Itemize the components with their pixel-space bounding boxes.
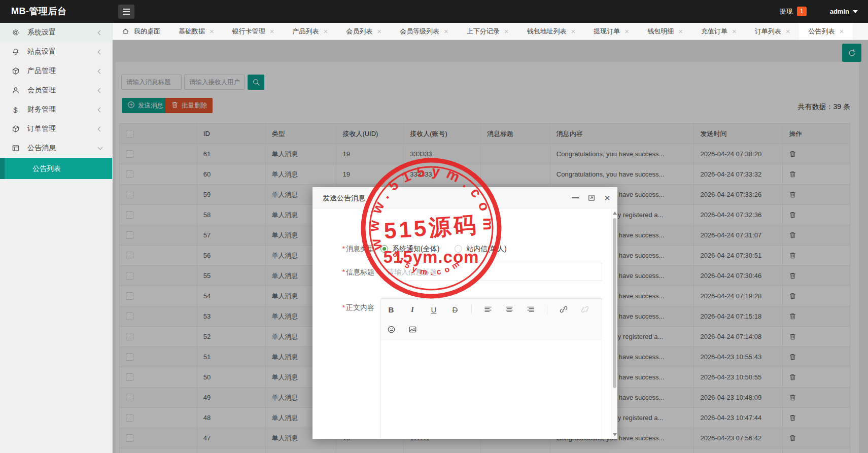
sidebar-item[interactable]: 产品管理 bbox=[0, 61, 112, 81]
tab-label: 钱包地址列表 bbox=[527, 27, 567, 36]
radio-label: 系统通知(全体) bbox=[392, 239, 439, 258]
tab-close-icon[interactable]: × bbox=[839, 27, 844, 35]
tab-close-icon[interactable]: × bbox=[504, 27, 509, 35]
chevron-left-icon bbox=[98, 68, 103, 74]
sidebar-item[interactable]: 公告消息 bbox=[0, 138, 112, 158]
withdraw-link[interactable]: 提现 bbox=[780, 7, 793, 16]
image-icon[interactable] bbox=[407, 325, 418, 334]
tab-item[interactable]: 充值订单× bbox=[692, 23, 746, 40]
scroll-down-icon[interactable] bbox=[613, 433, 617, 436]
app-header: MB-管理后台 提现 1 admin bbox=[0, 0, 868, 23]
tab-item[interactable]: 钱包明细× bbox=[638, 23, 692, 40]
tab-item[interactable]: 会员等级列表× bbox=[391, 23, 458, 40]
list-icon bbox=[11, 144, 20, 152]
toolbar-separator bbox=[471, 305, 472, 314]
radio-icon[interactable] bbox=[380, 245, 388, 253]
caret-down-icon bbox=[853, 10, 858, 13]
tab-item[interactable]: 订单列表× bbox=[746, 23, 800, 40]
radio-option[interactable]: 系统通知(全体) bbox=[380, 239, 439, 258]
align-right-icon[interactable] bbox=[526, 305, 536, 313]
scroll-up-icon[interactable] bbox=[613, 212, 617, 215]
tab-close-icon[interactable]: × bbox=[786, 27, 790, 35]
menu-toggle-button[interactable] bbox=[118, 5, 134, 19]
chevron-down-icon bbox=[98, 145, 103, 150]
sidebar-item-label: 财务管理 bbox=[27, 105, 56, 114]
modal-scrollbar[interactable] bbox=[611, 209, 617, 439]
tab-label: 订单列表 bbox=[755, 27, 781, 36]
tab-close-icon[interactable]: × bbox=[571, 27, 576, 35]
sidebar-item[interactable]: 会员管理 bbox=[0, 81, 112, 100]
tab-label: 上下分记录 bbox=[467, 27, 500, 36]
withdraw-badge[interactable]: 1 bbox=[797, 7, 807, 16]
tab-label: 公告列表 bbox=[808, 27, 835, 36]
tab-close-icon[interactable]: × bbox=[377, 27, 381, 35]
tab-item[interactable]: 产品列表× bbox=[284, 23, 337, 40]
tab-label: 基础数据 bbox=[179, 27, 205, 36]
radio-label: 站内信(单人) bbox=[466, 239, 506, 258]
user-menu[interactable]: admin bbox=[830, 8, 858, 15]
sidebar-item[interactable]: 站点设置 bbox=[0, 42, 112, 61]
tab-item[interactable]: 公告列表× bbox=[799, 23, 853, 40]
sidebar-item-label: 公告消息 bbox=[27, 144, 56, 153]
dollar-icon: $ bbox=[11, 106, 20, 114]
underline-icon[interactable]: U bbox=[429, 305, 439, 314]
username: admin bbox=[830, 8, 849, 15]
tab-label: 会员列表 bbox=[346, 27, 372, 36]
sidebar-subitem[interactable]: 公告列表 bbox=[0, 158, 112, 179]
message-title-label: *信息标题 bbox=[313, 263, 374, 281]
chevron-left-icon bbox=[98, 30, 103, 35]
tab-item[interactable]: 会员列表× bbox=[337, 23, 391, 40]
gear-icon bbox=[11, 28, 20, 37]
modal-titlebar: 发送公告消息 × bbox=[313, 187, 617, 208]
editor-content-area[interactable] bbox=[381, 339, 602, 439]
minimize-icon[interactable] bbox=[572, 197, 579, 198]
emoji-icon[interactable] bbox=[386, 325, 396, 334]
modal-body: *消息类型 系统通知(全体)站内信(单人) *信息标题 *正文内容 BIUD bbox=[313, 209, 611, 439]
bell-icon bbox=[11, 48, 20, 56]
send-announcement-modal: 发送公告消息 × *消息类型 系统通知(全体)站内信(单人) *信息标题 *正文… bbox=[313, 187, 617, 439]
maximize-icon[interactable] bbox=[587, 194, 596, 202]
home-icon bbox=[122, 27, 129, 35]
tab-item[interactable]: 提现订单× bbox=[584, 23, 638, 40]
tab-item[interactable]: 我的桌面 bbox=[113, 23, 169, 40]
radio-icon[interactable] bbox=[455, 245, 462, 253]
tab-bar: 我的桌面基础数据×银行卡管理×产品列表×会员列表×会员等级列表×上下分记录×钱包… bbox=[113, 23, 868, 40]
tab-close-icon[interactable]: × bbox=[210, 27, 214, 35]
message-type-label: *消息类型 bbox=[313, 239, 374, 258]
tab-label: 我的桌面 bbox=[134, 27, 160, 36]
bold-icon[interactable]: B bbox=[386, 305, 396, 314]
radio-option[interactable]: 站内信(单人) bbox=[455, 239, 506, 258]
chevron-left-icon bbox=[98, 107, 103, 112]
tab-label: 银行卡管理 bbox=[232, 27, 265, 36]
close-icon[interactable]: × bbox=[604, 193, 610, 203]
tab-close-icon[interactable]: × bbox=[624, 27, 629, 35]
sidebar-item[interactable]: 系统设置 bbox=[0, 23, 112, 42]
tab-item[interactable]: 钱包地址列表× bbox=[518, 23, 585, 40]
sidebar-item[interactable]: 订单管理 bbox=[0, 119, 112, 138]
tab-label: 钱包明细 bbox=[647, 27, 674, 36]
link-icon[interactable] bbox=[559, 305, 569, 313]
sidebar-item-label: 订单管理 bbox=[27, 124, 56, 133]
strikethrough-icon[interactable]: D bbox=[450, 305, 460, 314]
app-title: MB-管理后台 bbox=[11, 0, 67, 23]
tab-item[interactable]: 基础数据× bbox=[169, 23, 223, 40]
tab-close-icon[interactable]: × bbox=[444, 27, 448, 35]
tab-close-icon[interactable]: × bbox=[270, 27, 274, 35]
sidebar-subitem-label: 公告列表 bbox=[32, 164, 61, 172]
sidebar: 系统设置站点设置产品管理会员管理$财务管理订单管理公告消息公告列表 bbox=[0, 23, 113, 453]
tab-close-icon[interactable]: × bbox=[732, 27, 737, 35]
align-left-icon[interactable] bbox=[483, 305, 493, 313]
rich-text-editor: BIUD bbox=[380, 298, 602, 439]
tab-item[interactable]: 上下分记录× bbox=[458, 23, 518, 40]
scrollbar-thumb[interactable] bbox=[613, 218, 616, 388]
sidebar-item[interactable]: $财务管理 bbox=[0, 100, 112, 119]
tab-close-icon[interactable]: × bbox=[678, 27, 683, 35]
tab-item[interactable]: 银行卡管理× bbox=[223, 23, 284, 40]
align-center-icon[interactable] bbox=[504, 305, 514, 313]
message-title-input[interactable] bbox=[380, 263, 602, 281]
italic-icon[interactable]: I bbox=[407, 305, 418, 314]
sidebar-item-label: 站点设置 bbox=[27, 47, 56, 56]
sidebar-item-label: 会员管理 bbox=[27, 86, 56, 95]
sidebar-item-label: 系统设置 bbox=[27, 28, 56, 37]
tab-close-icon[interactable]: × bbox=[324, 27, 328, 35]
